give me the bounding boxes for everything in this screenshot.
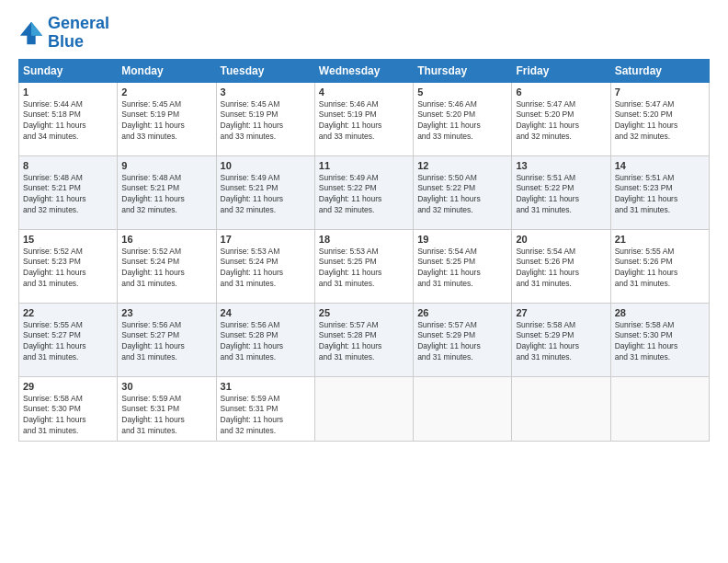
week-row-4: 22Sunrise: 5:55 AM Sunset: 5:27 PM Dayli… <box>19 303 710 376</box>
day-number: 20 <box>516 234 606 245</box>
day-number: 10 <box>221 160 311 171</box>
day-info: Sunrise: 5:47 AM Sunset: 5:20 PM Dayligh… <box>615 99 705 144</box>
calendar-cell-empty <box>610 376 709 442</box>
day-info: Sunrise: 5:45 AM Sunset: 5:19 PM Dayligh… <box>221 99 311 144</box>
day-number: 13 <box>516 160 606 171</box>
day-number: 3 <box>221 86 311 98</box>
calendar-cell-empty <box>512 376 610 442</box>
day-number: 4 <box>319 86 409 98</box>
weekday-header-friday: Friday <box>512 59 610 82</box>
calendar-cell-19: 19Sunrise: 5:54 AM Sunset: 5:25 PM Dayli… <box>414 229 512 303</box>
weekday-header-wednesday: Wednesday <box>314 59 413 82</box>
day-info: Sunrise: 5:47 AM Sunset: 5:20 PM Dayligh… <box>516 99 606 144</box>
logo-icon <box>18 20 44 46</box>
day-number: 30 <box>121 381 211 392</box>
day-info: Sunrise: 5:46 AM Sunset: 5:20 PM Dayligh… <box>417 99 507 144</box>
calendar-cell-27: 27Sunrise: 5:58 AM Sunset: 5:29 PM Dayli… <box>512 303 610 376</box>
day-info: Sunrise: 5:52 AM Sunset: 5:24 PM Dayligh… <box>121 247 211 291</box>
weekday-header-thursday: Thursday <box>414 59 512 82</box>
day-number: 12 <box>417 160 507 171</box>
day-info: Sunrise: 5:53 AM Sunset: 5:24 PM Dayligh… <box>221 247 311 291</box>
day-number: 6 <box>516 86 606 98</box>
day-number: 22 <box>23 307 113 318</box>
day-number: 29 <box>23 381 113 392</box>
day-info: Sunrise: 5:50 AM Sunset: 5:22 PM Dayligh… <box>417 173 507 217</box>
day-info: Sunrise: 5:55 AM Sunset: 5:27 PM Dayligh… <box>23 320 113 364</box>
day-number: 7 <box>615 86 705 98</box>
day-info: Sunrise: 5:59 AM Sunset: 5:31 PM Dayligh… <box>221 394 311 438</box>
day-info: Sunrise: 5:57 AM Sunset: 5:29 PM Dayligh… <box>417 320 507 364</box>
calendar-cell-26: 26Sunrise: 5:57 AM Sunset: 5:29 PM Dayli… <box>414 303 512 376</box>
day-info: Sunrise: 5:52 AM Sunset: 5:23 PM Dayligh… <box>23 247 113 291</box>
day-number: 21 <box>615 234 705 245</box>
day-number: 28 <box>615 307 705 318</box>
day-info: Sunrise: 5:51 AM Sunset: 5:22 PM Dayligh… <box>516 173 606 217</box>
day-info: Sunrise: 5:54 AM Sunset: 5:26 PM Dayligh… <box>516 247 606 291</box>
calendar: SundayMondayTuesdayWednesdayThursdayFrid… <box>18 59 710 442</box>
day-info: Sunrise: 5:54 AM Sunset: 5:25 PM Dayligh… <box>417 247 507 291</box>
calendar-cell-9: 9Sunrise: 5:48 AM Sunset: 5:21 PM Daylig… <box>118 155 216 229</box>
calendar-cell-15: 15Sunrise: 5:52 AM Sunset: 5:23 PM Dayli… <box>19 229 118 303</box>
day-number: 27 <box>516 307 606 318</box>
calendar-cell-1: 1Sunrise: 5:44 AM Sunset: 5:18 PM Daylig… <box>19 82 118 155</box>
day-info: Sunrise: 5:56 AM Sunset: 5:27 PM Dayligh… <box>121 320 211 364</box>
day-number: 14 <box>615 160 705 171</box>
page: General Blue SundayMondayTuesdayWednesda… <box>0 0 728 563</box>
day-info: Sunrise: 5:56 AM Sunset: 5:28 PM Dayligh… <box>221 320 311 364</box>
day-info: Sunrise: 5:49 AM Sunset: 5:22 PM Dayligh… <box>319 173 409 217</box>
calendar-cell-empty <box>314 376 413 442</box>
calendar-cell-10: 10Sunrise: 5:49 AM Sunset: 5:21 PM Dayli… <box>216 155 314 229</box>
day-info: Sunrise: 5:55 AM Sunset: 5:26 PM Dayligh… <box>615 247 705 291</box>
week-row-5: 29Sunrise: 5:58 AM Sunset: 5:30 PM Dayli… <box>19 376 710 442</box>
day-number: 1 <box>23 86 113 98</box>
calendar-cell-17: 17Sunrise: 5:53 AM Sunset: 5:24 PM Dayli… <box>216 229 314 303</box>
day-number: 23 <box>121 307 211 318</box>
day-info: Sunrise: 5:48 AM Sunset: 5:21 PM Dayligh… <box>23 173 113 217</box>
weekday-header-saturday: Saturday <box>610 59 709 82</box>
day-number: 9 <box>121 160 211 171</box>
calendar-cell-23: 23Sunrise: 5:56 AM Sunset: 5:27 PM Dayli… <box>118 303 216 376</box>
calendar-cell-18: 18Sunrise: 5:53 AM Sunset: 5:25 PM Dayli… <box>314 229 413 303</box>
day-info: Sunrise: 5:58 AM Sunset: 5:30 PM Dayligh… <box>23 394 113 438</box>
calendar-cell-21: 21Sunrise: 5:55 AM Sunset: 5:26 PM Dayli… <box>610 229 709 303</box>
calendar-cell-20: 20Sunrise: 5:54 AM Sunset: 5:26 PM Dayli… <box>512 229 610 303</box>
calendar-cell-24: 24Sunrise: 5:56 AM Sunset: 5:28 PM Dayli… <box>216 303 314 376</box>
calendar-cell-25: 25Sunrise: 5:57 AM Sunset: 5:28 PM Dayli… <box>314 303 413 376</box>
calendar-cell-3: 3Sunrise: 5:45 AM Sunset: 5:19 PM Daylig… <box>216 82 314 155</box>
day-number: 8 <box>23 160 113 171</box>
calendar-cell-14: 14Sunrise: 5:51 AM Sunset: 5:23 PM Dayli… <box>610 155 709 229</box>
calendar-cell-8: 8Sunrise: 5:48 AM Sunset: 5:21 PM Daylig… <box>19 155 118 229</box>
day-info: Sunrise: 5:46 AM Sunset: 5:19 PM Dayligh… <box>319 99 409 144</box>
calendar-cell-28: 28Sunrise: 5:58 AM Sunset: 5:30 PM Dayli… <box>610 303 709 376</box>
day-info: Sunrise: 5:49 AM Sunset: 5:21 PM Dayligh… <box>221 173 311 217</box>
calendar-cell-4: 4Sunrise: 5:46 AM Sunset: 5:19 PM Daylig… <box>314 82 413 155</box>
week-row-3: 15Sunrise: 5:52 AM Sunset: 5:23 PM Dayli… <box>19 229 710 303</box>
week-row-1: 1Sunrise: 5:44 AM Sunset: 5:18 PM Daylig… <box>19 82 710 155</box>
header: General Blue <box>18 15 710 52</box>
calendar-cell-22: 22Sunrise: 5:55 AM Sunset: 5:27 PM Dayli… <box>19 303 118 376</box>
calendar-cell-31: 31Sunrise: 5:59 AM Sunset: 5:31 PM Dayli… <box>216 376 314 442</box>
day-info: Sunrise: 5:48 AM Sunset: 5:21 PM Dayligh… <box>121 173 211 217</box>
day-number: 16 <box>121 234 211 245</box>
day-number: 24 <box>221 307 311 318</box>
day-number: 19 <box>417 234 507 245</box>
day-info: Sunrise: 5:45 AM Sunset: 5:19 PM Dayligh… <box>121 99 211 144</box>
day-info: Sunrise: 5:44 AM Sunset: 5:18 PM Dayligh… <box>23 99 113 144</box>
day-info: Sunrise: 5:58 AM Sunset: 5:29 PM Dayligh… <box>516 320 606 364</box>
day-number: 15 <box>23 234 113 245</box>
day-info: Sunrise: 5:59 AM Sunset: 5:31 PM Dayligh… <box>121 394 211 438</box>
day-info: Sunrise: 5:58 AM Sunset: 5:30 PM Dayligh… <box>615 320 705 364</box>
day-info: Sunrise: 5:53 AM Sunset: 5:25 PM Dayligh… <box>319 247 409 291</box>
logo: General Blue <box>18 15 109 52</box>
day-number: 2 <box>121 86 211 98</box>
day-number: 11 <box>319 160 409 171</box>
calendar-cell-13: 13Sunrise: 5:51 AM Sunset: 5:22 PM Dayli… <box>512 155 610 229</box>
calendar-cell-7: 7Sunrise: 5:47 AM Sunset: 5:20 PM Daylig… <box>610 82 709 155</box>
weekday-header-sunday: Sunday <box>19 59 118 82</box>
calendar-cell-29: 29Sunrise: 5:58 AM Sunset: 5:30 PM Dayli… <box>19 376 118 442</box>
calendar-cell-6: 6Sunrise: 5:47 AM Sunset: 5:20 PM Daylig… <box>512 82 610 155</box>
day-number: 5 <box>417 86 507 98</box>
calendar-cell-2: 2Sunrise: 5:45 AM Sunset: 5:19 PM Daylig… <box>118 82 216 155</box>
calendar-cell-empty <box>414 376 512 442</box>
day-info: Sunrise: 5:51 AM Sunset: 5:23 PM Dayligh… <box>615 173 705 217</box>
